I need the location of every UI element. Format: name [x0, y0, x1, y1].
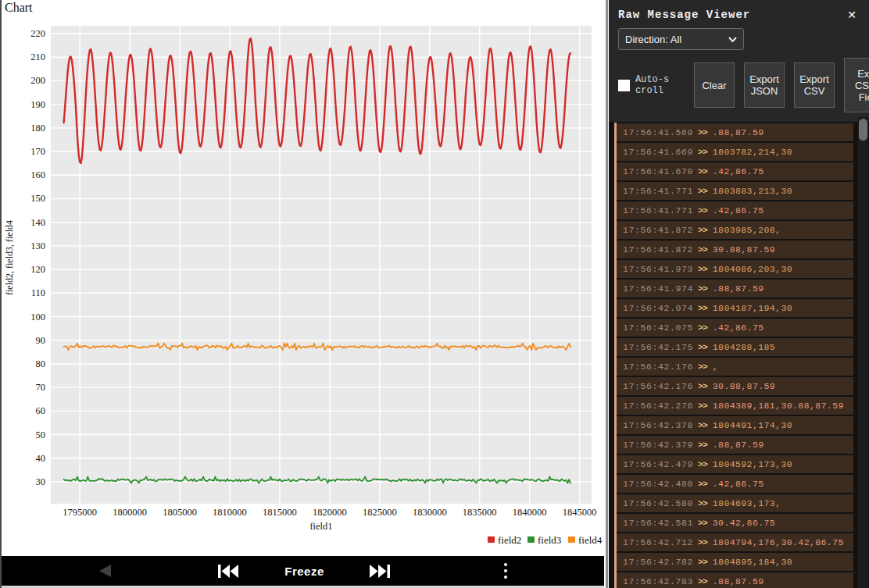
- message-accent-bar: [614, 376, 617, 396]
- svg-text:220: 220: [30, 28, 45, 39]
- skip-to-start-icon: [218, 565, 238, 578]
- message-row[interactable]: 17:56:42.379 >> .88,87.59: [614, 436, 853, 454]
- message-timestamp: 17:56:42.176: [623, 362, 698, 372]
- message-row[interactable]: 17:56:42.276 >> 1804389,181,30.88,87.59: [614, 397, 853, 415]
- message-row[interactable]: 17:56:42.175 >> 1804288,185: [614, 338, 853, 356]
- message-accent-bar: [614, 279, 617, 298]
- message-accent-bar: [614, 494, 617, 513]
- svg-text:1845000: 1845000: [563, 507, 597, 518]
- svg-text:120: 120: [30, 264, 45, 275]
- message-direction-icon: >>: [698, 557, 707, 567]
- message-row[interactable]: 17:56:42.074 >> 1804187,194,30: [614, 299, 853, 317]
- svg-text:150: 150: [30, 193, 45, 204]
- autoscroll-control: Auto-scroll: [618, 74, 687, 96]
- panel-header: Raw Message Viewer ✕: [609, 0, 869, 23]
- message-accent-bar: [614, 318, 617, 337]
- autoscroll-checkbox[interactable]: [618, 80, 630, 91]
- chart-title: Chart: [5, 1, 33, 15]
- scrollbar[interactable]: [858, 117, 868, 588]
- svg-text:1820000: 1820000: [313, 507, 347, 518]
- message-row[interactable]: 17:56:41.569 >> .88,87.59: [614, 123, 853, 141]
- export-csv-button[interactable]: Export CSV: [794, 62, 835, 108]
- message-list[interactable]: 17:56:41.569 >> .88,87.59 17:56:41.669 >…: [609, 122, 869, 588]
- message-row[interactable]: 17:56:42.075 >> .42,86.75: [614, 319, 853, 337]
- message-text: 30.88,87.59: [713, 381, 775, 391]
- message-row[interactable]: 17:56:41.771 >> .42,86.75: [614, 201, 853, 219]
- message-row[interactable]: 17:56:42.782 >> 1804895,184,30: [614, 553, 853, 571]
- svg-text:1835000: 1835000: [463, 507, 497, 518]
- step-back-button[interactable]: [88, 556, 122, 586]
- menu-kebab-icon: [504, 569, 507, 572]
- message-row[interactable]: 17:56:41.973 >> 1804086,203,30: [614, 260, 853, 278]
- message-direction-icon: >>: [698, 459, 707, 469]
- freeze-button[interactable]: Freeze: [259, 556, 349, 586]
- menu-kebab-icon: [504, 576, 507, 579]
- message-direction-icon: >>: [698, 205, 707, 216]
- toolbar-menu-button[interactable]: [490, 556, 521, 586]
- svg-text:170: 170: [30, 146, 45, 157]
- svg-text:190: 190: [30, 99, 45, 110]
- message-row[interactable]: 17:56:41.670 >> .42,86.75: [614, 162, 853, 180]
- message-direction-icon: >>: [698, 283, 707, 294]
- message-direction-icon: >>: [698, 303, 707, 313]
- message-text: 1803985,208,: [713, 225, 781, 235]
- message-accent-bar: [614, 533, 617, 552]
- clear-button[interactable]: Clear: [694, 62, 735, 108]
- message-row[interactable]: 17:56:41.974 >> .88,87.59: [614, 280, 853, 298]
- message-row[interactable]: 17:56:42.580 >> 1804693,173,: [614, 494, 853, 512]
- svg-text:1795000: 1795000: [63, 507, 97, 518]
- message-row[interactable]: 17:56:41.669 >> 1803782,214,30: [614, 143, 853, 161]
- message-row[interactable]: 17:56:41.771 >> 1803883,213,30: [614, 182, 853, 200]
- message-text: 1804592,173,30: [713, 459, 792, 469]
- message-accent-bar: [614, 240, 617, 259]
- direction-select[interactable]: Direction: All: [618, 28, 744, 50]
- message-row[interactable]: 17:56:42.581 >> 30.42,86.75: [614, 514, 853, 532]
- message-text: .88,87.59: [713, 576, 764, 586]
- message-row[interactable]: 17:56:41.872 >> 30.88,87.59: [614, 241, 853, 258]
- message-timestamp: 17:56:42.782: [623, 557, 698, 567]
- message-accent-bar: [614, 201, 617, 220]
- message-text: 1804389,181,30.88,87.59: [713, 401, 844, 411]
- message-row[interactable]: 17:56:42.176 >> 30.88,87.59: [614, 377, 853, 395]
- svg-text:140: 140: [30, 217, 45, 228]
- svg-text:1815000: 1815000: [263, 507, 297, 518]
- message-row[interactable]: 17:56:42.479 >> 1804592,173,30: [614, 455, 853, 473]
- svg-text:110: 110: [31, 287, 45, 298]
- export-csv-by-fields-button[interactable]: Export CSV by Fields: [844, 58, 869, 112]
- svg-text:200: 200: [30, 75, 45, 86]
- message-row[interactable]: 17:56:42.176 >> ,: [614, 358, 853, 376]
- chart-svg: 3040506070809010011012013014015016017018…: [2, 0, 604, 554]
- message-timestamp: 17:56:42.581: [623, 518, 698, 528]
- skip-to-end-button[interactable]: [363, 556, 397, 586]
- message-text: .42,86.75: [713, 323, 764, 333]
- message-row[interactable]: 17:56:41.872 >> 1803985,208,: [614, 221, 853, 239]
- message-row[interactable]: 17:56:42.783 >> .88,87.59: [614, 572, 853, 588]
- message-row[interactable]: 17:56:42.712 >> 1804794,176,30.42,86.75: [614, 533, 853, 551]
- close-icon[interactable]: ✕: [844, 8, 860, 22]
- message-timestamp: 17:56:42.276: [623, 401, 698, 411]
- message-text: .42,86.75: [713, 205, 764, 216]
- scrollbar-thumb[interactable]: [859, 119, 867, 141]
- svg-text:1800000: 1800000: [113, 507, 147, 518]
- message-accent-bar: [614, 259, 617, 279]
- message-accent-bar: [614, 181, 617, 201]
- svg-text:1805000: 1805000: [163, 507, 197, 518]
- message-accent-bar: [614, 572, 617, 588]
- message-accent-bar: [614, 123, 617, 142]
- export-json-button[interactable]: Export JSON: [744, 62, 785, 108]
- message-direction-icon: >>: [698, 225, 707, 235]
- svg-text:field2: field2: [498, 534, 521, 546]
- message-accent-bar: [614, 357, 617, 376]
- export-buttons: ClearExport JSONExport CSVExport CSV by …: [694, 58, 869, 112]
- svg-text:80: 80: [36, 358, 46, 369]
- svg-text:30: 30: [36, 476, 46, 487]
- skip-to-start-button[interactable]: [211, 556, 245, 586]
- svg-text:100: 100: [30, 312, 45, 323]
- message-direction-icon: >>: [698, 401, 707, 411]
- message-row[interactable]: 17:56:42.480 >> .42,86.75: [614, 475, 853, 493]
- message-text: 1804086,203,30: [713, 264, 792, 274]
- step-back-icon: [97, 564, 113, 578]
- message-timestamp: 17:56:42.783: [623, 576, 698, 586]
- svg-text:50: 50: [36, 429, 46, 440]
- message-row[interactable]: 17:56:42.378 >> 1804491,174,30: [614, 416, 853, 434]
